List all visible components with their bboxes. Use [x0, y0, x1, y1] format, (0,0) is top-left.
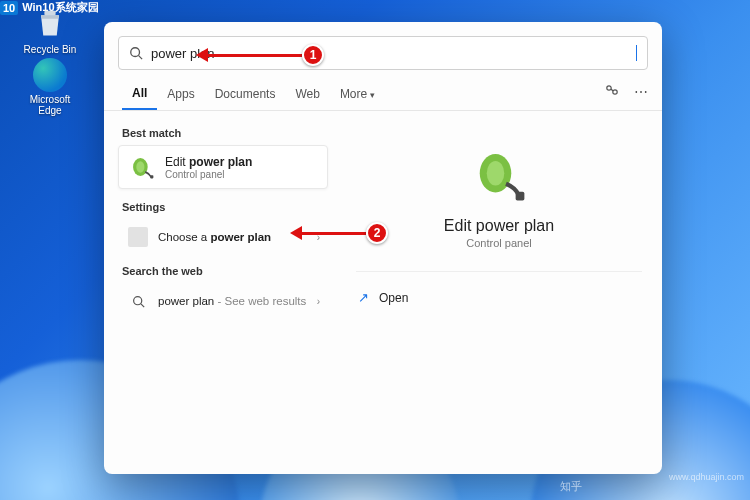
results-left-pane: Best match Edit power plan Control panel… — [104, 111, 336, 474]
preview-open-action[interactable]: ↗ Open — [356, 286, 642, 309]
section-settings: Settings — [122, 201, 324, 213]
desktop-icon-edge[interactable]: Microsoft Edge — [18, 58, 82, 116]
text-caret — [636, 45, 637, 61]
svg-point-1 — [131, 48, 140, 57]
more-options-icon[interactable]: ⋯ — [634, 84, 648, 100]
preview-subtitle: Control panel — [356, 237, 642, 249]
search-icon — [128, 291, 148, 311]
recycle-bin-icon — [30, 2, 70, 42]
svg-line-5 — [611, 89, 613, 91]
svg-point-4 — [613, 90, 617, 94]
best-match-title: Edit power plan — [165, 155, 252, 169]
chevron-right-icon: › — [317, 296, 320, 307]
best-match-subtitle: Control panel — [165, 169, 252, 180]
tab-more[interactable]: More▾ — [330, 79, 385, 109]
search-icon — [129, 46, 143, 60]
tab-apps[interactable]: Apps — [157, 79, 204, 109]
annotation-arrow — [300, 232, 366, 235]
result-label: Choose a power plan — [158, 231, 271, 243]
start-search-flyout: All Apps Documents Web More▾ ⋯ Best matc… — [104, 22, 662, 474]
best-match-result[interactable]: Edit power plan Control panel — [118, 145, 328, 189]
divider — [356, 271, 642, 272]
tab-web[interactable]: Web — [285, 79, 329, 109]
settings-item-icon — [128, 227, 148, 247]
desktop-icon-label: Microsoft Edge — [18, 94, 82, 116]
annotation-badge-1: 1 — [302, 44, 324, 66]
section-search-web: Search the web — [122, 265, 324, 277]
svg-rect-8 — [150, 175, 153, 178]
results-preview-pane: Edit power plan Control panel ↗ Open — [336, 111, 662, 474]
result-label: power plan - See web results — [158, 295, 306, 307]
watermark-url: www.qdhuajin.com — [669, 472, 744, 482]
svg-point-7 — [136, 161, 144, 172]
tab-all[interactable]: All — [122, 78, 157, 110]
watermark-zhihu: 知乎 — [560, 479, 582, 494]
search-input[interactable] — [151, 46, 635, 61]
open-icon: ↗ — [358, 290, 369, 305]
svg-rect-0 — [44, 11, 55, 16]
desktop-icon-label: Recycle Bin — [18, 44, 82, 55]
filter-tabs: All Apps Documents Web More▾ ⋯ — [104, 78, 662, 111]
annotation-badge-2: 2 — [366, 222, 388, 244]
chevron-down-icon: ▾ — [370, 90, 375, 100]
preview-title: Edit power plan — [356, 217, 642, 235]
svg-line-2 — [139, 56, 143, 60]
preview-open-label: Open — [379, 291, 408, 305]
annotation-arrow — [206, 54, 302, 57]
power-plan-icon — [129, 154, 155, 180]
search-options-icon[interactable] — [604, 82, 620, 101]
svg-rect-13 — [516, 192, 525, 201]
result-web-search[interactable]: power plan - See web results › — [118, 283, 328, 319]
win10-logo-icon: 10 — [0, 1, 18, 15]
desktop-icon-recycle-bin[interactable]: Recycle Bin — [18, 2, 82, 55]
svg-line-10 — [140, 303, 143, 306]
svg-point-12 — [487, 161, 505, 186]
section-best-match: Best match — [122, 127, 324, 139]
svg-point-9 — [133, 296, 141, 304]
tab-documents[interactable]: Documents — [205, 79, 286, 109]
edge-icon — [33, 58, 67, 92]
svg-point-3 — [607, 86, 611, 90]
watermark-win10: 10 Win10系统家园 — [0, 0, 750, 15]
power-plan-icon — [471, 147, 527, 203]
